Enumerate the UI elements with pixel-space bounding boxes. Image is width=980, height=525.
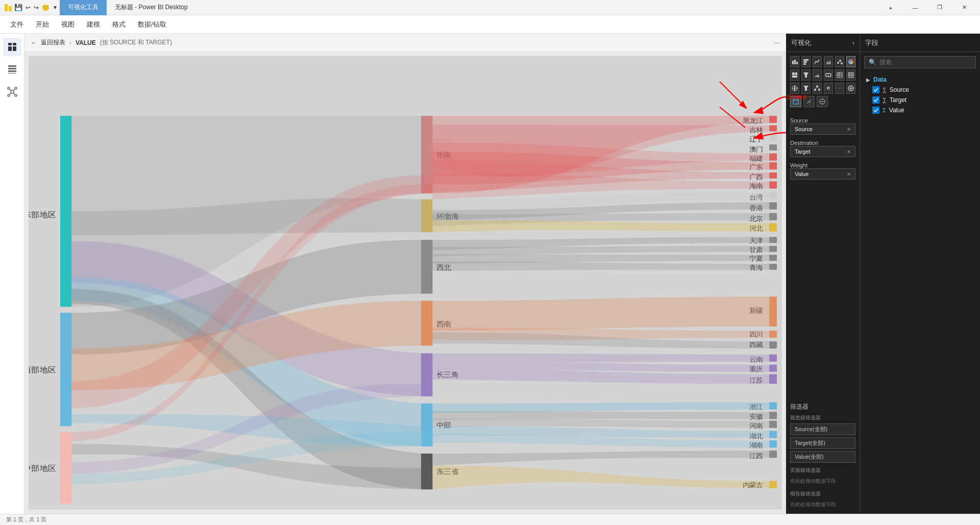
viz-icon-treemap[interactable] xyxy=(790,69,799,81)
window-title: 无标题 - Power BI Desktop xyxy=(115,3,188,12)
viz-icon-map[interactable] xyxy=(790,83,799,94)
viz-icon-line[interactable] xyxy=(813,56,822,67)
value-checkbox[interactable] xyxy=(872,107,879,114)
viz-icon-gauge[interactable] xyxy=(813,69,822,81)
viz-icon-pie[interactable] xyxy=(846,56,855,67)
weight-field-box[interactable]: Value ✕ xyxy=(790,168,855,180)
redo-icon[interactable]: ↪ xyxy=(34,4,39,11)
filter-source[interactable]: Source(全部) xyxy=(790,423,855,435)
svg-rect-81 xyxy=(803,59,808,61)
weight-field-remove[interactable]: ✕ xyxy=(847,171,851,177)
toolbar-right: ⋯ xyxy=(774,39,780,46)
breadcrumb-back[interactable]: 返回报表 xyxy=(41,38,65,47)
viz-icon-custom[interactable] xyxy=(846,83,855,94)
field-value[interactable]: Σ Value xyxy=(864,105,976,115)
viz-icon-r-script[interactable]: R xyxy=(824,83,833,94)
menu-format[interactable]: 格式 xyxy=(106,15,132,34)
viz-icon-decomp[interactable] xyxy=(813,83,822,94)
save-icon[interactable]: 💾 xyxy=(14,4,22,11)
sankey-chart[interactable]: 东部地区 西部地区 中部地区 华南 环渤海 西北 西南 xyxy=(29,56,782,510)
destination-field-value: Target xyxy=(795,148,811,155)
status-bar: 第 1 页，共 1 页 xyxy=(0,514,980,525)
svg-line-18 xyxy=(13,93,15,94)
viz-icon-table[interactable] xyxy=(835,69,844,81)
source-field-box[interactable]: Source ✕ xyxy=(790,123,855,135)
viz-icon-row-3: R ⋯ xyxy=(790,83,855,94)
dropdown-icon[interactable]: ▼ xyxy=(53,5,58,10)
menu-model[interactable]: 建模 xyxy=(81,15,106,34)
source-section: Source Source ✕ xyxy=(790,115,855,135)
viz-icon-funnel[interactable] xyxy=(801,69,811,81)
svg-rect-79 xyxy=(794,60,796,64)
menu-file[interactable]: 文件 xyxy=(4,15,30,34)
viz-icon-card[interactable]: 1 xyxy=(824,69,833,81)
node-xibu xyxy=(60,313,71,426)
fields-search-box[interactable]: 🔍 xyxy=(864,56,976,68)
viz-icon-row-4 xyxy=(790,96,855,107)
canvas-toolbar: ← 返回报表 › VALUE (按 SOURCE 和 TARGET) ⋯ xyxy=(24,34,786,52)
search-icon: 🔍 xyxy=(869,59,876,66)
viz-panel-expand[interactable]: › xyxy=(852,39,854,46)
source-field-remove[interactable]: ✕ xyxy=(847,127,851,132)
filter-report-label: 报告级筛选器 xyxy=(790,490,855,497)
viz-icon-analytics-btn[interactable] xyxy=(817,96,828,107)
search-input[interactable] xyxy=(879,59,971,66)
filter-target[interactable]: Target(全部) xyxy=(790,437,855,449)
viz-icon-matrix[interactable] xyxy=(846,69,855,81)
sidebar-report-view[interactable] xyxy=(3,38,21,56)
svg-text:1: 1 xyxy=(828,73,829,77)
svg-line-110 xyxy=(815,87,817,89)
field-source[interactable]: ∑ Source xyxy=(864,85,976,95)
quick-access-toolbar: 💾 ↩ ↪ 🙂 ▼ xyxy=(14,4,58,11)
viz-icon-more-viz[interactable]: ⋯ xyxy=(835,83,844,94)
svg-rect-99 xyxy=(848,72,853,78)
destination-label: Destination xyxy=(790,140,855,146)
sidebar-model-view[interactable] xyxy=(3,83,21,101)
viz-icon-scatter[interactable] xyxy=(835,56,844,67)
menu-data-drill[interactable]: 数据/钻取 xyxy=(132,15,173,34)
viz-icon-row-2: 1 xyxy=(790,69,855,81)
viz-icon-format-btn[interactable] xyxy=(803,96,815,107)
maximize-button[interactable]: ❐ xyxy=(928,0,951,15)
viz-icon-bar2[interactable] xyxy=(801,56,811,67)
canvas-content: 东部地区 西部地区 中部地区 华南 环渤海 西北 西南 xyxy=(29,56,782,510)
undo-icon[interactable]: ↩ xyxy=(26,4,31,11)
viz-icon-fields-btn[interactable] xyxy=(790,96,801,107)
destination-field-remove[interactable]: ✕ xyxy=(847,149,851,155)
viz-icon-bar[interactable] xyxy=(790,56,799,67)
svg-point-108 xyxy=(815,89,816,91)
destination-field-box[interactable]: Target ✕ xyxy=(790,146,855,157)
filter-page-label: 页面级筛选器 xyxy=(790,467,855,474)
back-arrow-icon[interactable]: ← xyxy=(31,39,37,46)
node-dongbu xyxy=(60,116,71,307)
viz-icon-filter2[interactable] xyxy=(801,83,811,94)
close-button[interactable]: ✕ xyxy=(952,0,976,15)
svg-line-111 xyxy=(817,87,819,89)
minimize-button[interactable]: — xyxy=(903,0,927,15)
fields-group-header[interactable]: ▶ Data xyxy=(864,74,976,85)
more-options-icon[interactable]: ⋯ xyxy=(774,39,780,46)
svg-marker-91 xyxy=(803,72,808,78)
ribbon-toggle[interactable]: ▲ xyxy=(879,0,902,15)
viz-icon-area[interactable] xyxy=(824,56,833,67)
filter-value[interactable]: Value(全部) xyxy=(790,451,855,463)
group-name: Data xyxy=(873,76,887,83)
viz-panel: 可视化 › xyxy=(786,34,860,514)
svg-point-86 xyxy=(839,60,841,62)
field-target[interactable]: ∑ Target xyxy=(864,95,976,105)
menu-start[interactable]: 开始 xyxy=(30,15,55,34)
weight-field-value: Value xyxy=(795,171,808,177)
sankey-svg: 东部地区 西部地区 中部地区 华南 环渤海 西北 西南 xyxy=(29,56,782,510)
destination-section: Destination Target ✕ xyxy=(790,138,855,157)
svg-text:辽宁: 辽宁 xyxy=(749,136,763,143)
viz-tab: 可视化工具 xyxy=(60,0,107,15)
fields-panel: 字段 🔍 ▶ Data ∑ xyxy=(860,34,980,514)
menu-bar: 文件 开始 视图 建模 格式 数据/钻取 xyxy=(0,15,980,34)
emoji-icon[interactable]: 🙂 xyxy=(42,4,50,11)
source-checkbox[interactable] xyxy=(872,86,879,93)
menu-view[interactable]: 视图 xyxy=(55,15,81,34)
breadcrumb-value: VALUE xyxy=(76,39,96,46)
sidebar-data-view[interactable] xyxy=(3,60,21,79)
filter-title: 筛选器 xyxy=(790,403,855,411)
target-checkbox[interactable] xyxy=(872,96,879,104)
